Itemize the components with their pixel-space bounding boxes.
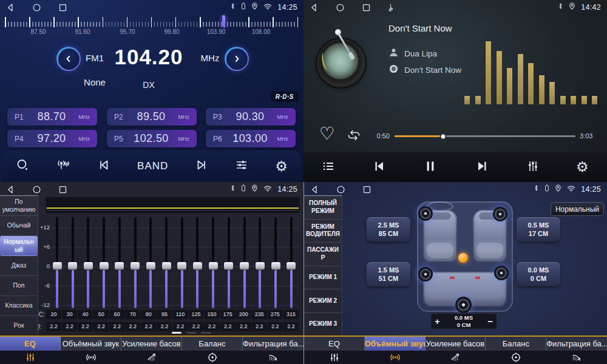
fc-value-8[interactable]: 95 bbox=[157, 310, 172, 319]
rear-left-speaker-icon[interactable] bbox=[418, 267, 433, 281]
eq-band-slider-10[interactable] bbox=[192, 217, 202, 308]
mode-item-5[interactable]: РЕЖИМ 2 bbox=[304, 289, 342, 313]
eq-preset-item-4[interactable]: Джаз bbox=[0, 256, 38, 276]
fc-value-11[interactable]: 150 bbox=[205, 310, 220, 319]
preset-p2[interactable]: P289.50MHz bbox=[107, 108, 197, 126]
eq-preset-item-5[interactable]: Поп bbox=[0, 276, 38, 296]
eq-band-slider-15[interactable] bbox=[271, 217, 280, 308]
tune-up-button[interactable] bbox=[225, 47, 249, 71]
q-value-12[interactable]: 2.2 bbox=[220, 322, 236, 331]
tab-balance[interactable]: Баланс bbox=[486, 337, 546, 364]
mode-item-1[interactable]: ПОЛНЫЙ РЕЖИМ bbox=[304, 196, 342, 220]
tab-bass-boost[interactable]: Усиление басов bbox=[426, 337, 486, 364]
audio-settings-icon[interactable] bbox=[235, 158, 248, 174]
listening-position-marker[interactable] bbox=[458, 253, 468, 263]
preset-p1[interactable]: P188.70MHz bbox=[7, 108, 97, 126]
q-value-2[interactable]: 2.2 bbox=[62, 322, 77, 331]
favorite-icon[interactable]: ♡ bbox=[319, 125, 335, 143]
fc-value-13[interactable]: 200 bbox=[236, 310, 251, 319]
frequency-pointer[interactable] bbox=[222, 15, 225, 27]
front-left-speaker-icon[interactable] bbox=[418, 206, 433, 221]
fc-value-14[interactable]: 235 bbox=[252, 310, 267, 319]
eq-band-slider-9[interactable] bbox=[177, 217, 187, 308]
tab-eq[interactable]: EQ bbox=[304, 337, 365, 364]
tab-bass-boost[interactable]: Усиление басов bbox=[121, 337, 182, 364]
preset-p6[interactable]: P6103.00MHz bbox=[206, 130, 296, 147]
broadcast-icon[interactable] bbox=[56, 158, 70, 174]
nav-back-icon[interactable] bbox=[6, 185, 15, 194]
preset-p4[interactable]: P497.20MHz bbox=[7, 130, 97, 147]
eq-band-slider-8[interactable] bbox=[161, 217, 171, 308]
eq-band-slider-12[interactable] bbox=[224, 217, 234, 308]
fc-value-9[interactable]: 110 bbox=[173, 310, 188, 319]
nav-back-icon[interactable] bbox=[6, 3, 15, 12]
fc-value-12[interactable]: 175 bbox=[220, 310, 236, 319]
q-value-13[interactable]: 2.2 bbox=[236, 322, 251, 331]
q-value-8[interactable]: 2.2 bbox=[157, 322, 172, 331]
front-left-delay-button[interactable]: 2.5 MS85 CM bbox=[367, 217, 410, 241]
sound-profile-button[interactable]: Нормальный bbox=[551, 202, 604, 216]
eq-band-slider-13[interactable] bbox=[240, 217, 249, 308]
eq-band-slider-5[interactable] bbox=[115, 217, 124, 308]
tab-band-filter[interactable]: Фильтрация ба... bbox=[546, 337, 607, 364]
eq-band-slider-4[interactable] bbox=[99, 217, 109, 308]
progress-knob[interactable] bbox=[440, 133, 447, 140]
q-value-15[interactable]: 2.2 bbox=[268, 322, 283, 331]
decrease-delay-button[interactable]: − bbox=[487, 317, 493, 326]
mode-item-2[interactable]: РЕЖИМ ВОДИТЕЛЯ bbox=[304, 220, 342, 243]
q-value-6[interactable]: 2.2 bbox=[125, 322, 140, 331]
eq-band-slider-16[interactable] bbox=[287, 217, 296, 308]
q-value-11[interactable]: 2.2 bbox=[205, 322, 220, 331]
nav-home-icon[interactable] bbox=[336, 185, 345, 194]
preset-p3[interactable]: P390.30MHz bbox=[206, 108, 296, 126]
eq-band-slider-7[interactable] bbox=[146, 217, 155, 308]
rear-right-speaker-icon[interactable] bbox=[494, 266, 509, 280]
eq-band-slider-1[interactable] bbox=[52, 217, 62, 308]
q-value-9[interactable]: 2.2 bbox=[173, 322, 188, 331]
q-value-1[interactable]: 2.2 bbox=[46, 322, 61, 331]
mode-item-3[interactable]: ПАССАЖИР bbox=[304, 243, 342, 266]
mode-item-4[interactable]: РЕЖИМ 1 bbox=[304, 266, 342, 290]
q-value-3[interactable]: 2.2 bbox=[78, 322, 93, 331]
nav-recents-icon[interactable] bbox=[58, 185, 67, 194]
fc-value-3[interactable]: 40 bbox=[78, 310, 93, 319]
increase-delay-button[interactable]: + bbox=[435, 317, 440, 326]
progress-bar[interactable] bbox=[395, 135, 575, 137]
tab-band-filter[interactable]: Фильтрация ба... bbox=[243, 337, 304, 364]
eq-preset-item-7[interactable]: Рок bbox=[0, 316, 38, 335]
fc-value-5[interactable]: 60 bbox=[109, 310, 124, 319]
rear-right-delay-button[interactable]: 0.0 MS0 CM bbox=[517, 262, 560, 286]
preset-p5[interactable]: P5102.50MHz bbox=[107, 130, 197, 147]
equalizer-icon[interactable] bbox=[526, 160, 540, 175]
q-value-10[interactable]: 2.2 bbox=[189, 322, 204, 331]
nav-home-icon[interactable] bbox=[32, 3, 41, 12]
q-value-5[interactable]: 2.2 bbox=[109, 322, 124, 331]
next-icon[interactable] bbox=[195, 158, 208, 174]
fc-value-6[interactable]: 70 bbox=[125, 310, 140, 319]
eq-band-slider-14[interactable] bbox=[255, 217, 265, 308]
rear-left-delay-button[interactable]: 1.5 MS51 CM bbox=[367, 262, 410, 286]
mode-item-6[interactable]: РЕЖИМ 3 bbox=[304, 313, 342, 336]
playlist-icon[interactable] bbox=[322, 160, 335, 175]
previous-icon[interactable] bbox=[97, 158, 110, 174]
previous-icon[interactable] bbox=[372, 159, 387, 176]
q-value-7[interactable]: 2.2 bbox=[141, 322, 156, 331]
settings-gear-icon[interactable]: ⚙ bbox=[275, 160, 288, 174]
eq-band-slider-3[interactable] bbox=[83, 217, 93, 308]
scan-icon[interactable] bbox=[16, 158, 29, 174]
front-right-delay-button[interactable]: 0.5 MS17 CM bbox=[517, 217, 560, 241]
nav-home-icon[interactable] bbox=[336, 3, 345, 12]
next-icon[interactable] bbox=[475, 159, 489, 176]
fc-value-1[interactable]: 20 bbox=[46, 310, 61, 319]
tab-surround-sound[interactable]: Объёмный звук bbox=[61, 337, 121, 364]
fc-value-2[interactable]: 30 bbox=[62, 310, 77, 319]
eq-band-slider-2[interactable] bbox=[68, 217, 78, 308]
fc-value-10[interactable]: 125 bbox=[189, 310, 204, 319]
settings-gear-icon[interactable]: ⚙ bbox=[576, 160, 589, 174]
fc-value-15[interactable]: 275 bbox=[268, 310, 283, 319]
eq-preset-item-6[interactable]: Классика bbox=[0, 296, 38, 316]
nav-recents-icon[interactable] bbox=[362, 3, 371, 12]
nav-back-icon[interactable] bbox=[310, 185, 319, 194]
q-value-16[interactable]: 2.2 bbox=[283, 322, 299, 331]
tab-surround-sound[interactable]: Объёмный звук bbox=[365, 337, 426, 364]
